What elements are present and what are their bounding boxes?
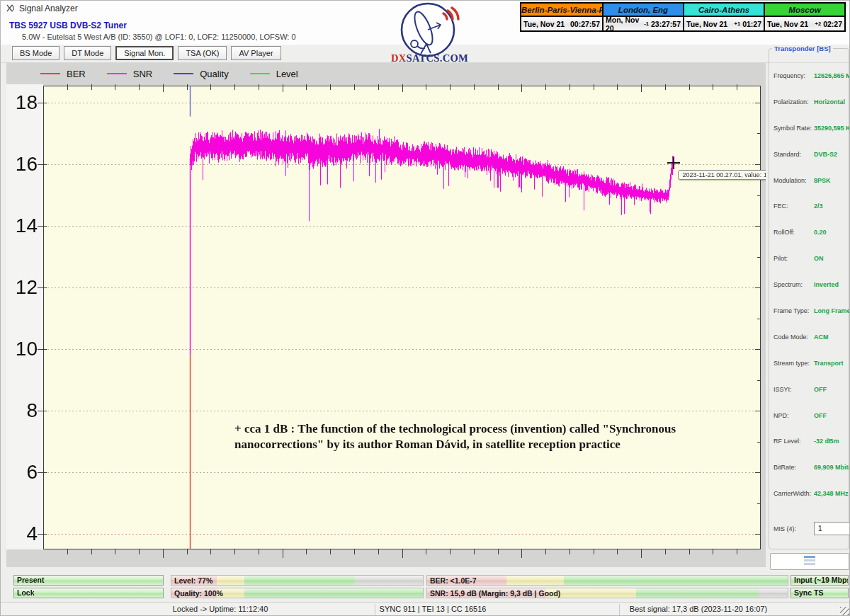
clock-time: 00:27:57 — [570, 20, 600, 28]
transponder-row-value: Transport — [814, 360, 844, 367]
clock-cell: Moscow Tue, Nov 21 +2 02:27 — [764, 4, 844, 30]
transponder-row-value: 0.20 — [814, 229, 827, 236]
transponder-row-value: 42,348 MHz — [814, 490, 849, 497]
clock-time: 23:27:57 — [651, 20, 681, 28]
legend-label: Level — [276, 69, 298, 79]
transponder-row-label: Pilot: — [774, 255, 814, 262]
transponder-row-value: Long Frame — [814, 307, 850, 314]
transponder-row: Spectrum: Inverted — [774, 281, 849, 307]
transponder-row-value: Horizontal — [814, 98, 845, 105]
transponder-row-label: RollOff: — [774, 229, 814, 236]
transponder-row-label: FEC: — [774, 203, 814, 210]
resize-grip[interactable] — [840, 607, 849, 616]
transponder-row-label: NPD: — [774, 412, 814, 419]
tuner-title: TBS 5927 USB DVB-S2 Tuner — [9, 21, 127, 30]
transponder-row: Code Mode: ACM — [774, 333, 849, 360]
transponder-panel: Transponder [BS] Frequency: 12626,865 MH… — [769, 45, 849, 549]
transponder-row-label: Polarization: — [774, 98, 814, 105]
clock-time-row: Tue, Nov 21 +1 01:27 — [684, 17, 764, 30]
transponder-row-label: Frame Type: — [774, 307, 814, 314]
ber-meter-label: BER: <1.0E-7 — [430, 576, 477, 586]
tuner-subtitle: 5.0W - Eutelsat 5 West A/B (ID: 3550) @ … — [22, 33, 296, 41]
transponder-row-value: DVB-S2 — [814, 151, 837, 158]
mode-tab[interactable]: TSA (OK) — [178, 46, 227, 60]
legend-line-swatch — [174, 73, 193, 74]
transponder-row-label: Stream type: — [774, 360, 814, 367]
transponder-row: Frame Type: Long Frame — [774, 307, 849, 333]
legend-line-swatch — [107, 73, 127, 74]
stream-list-icon — [804, 556, 815, 567]
mode-tab[interactable]: AV Player — [231, 46, 280, 60]
mode-tab[interactable]: DT Mode — [64, 46, 111, 60]
satellite-dish-icon — [6, 4, 16, 13]
legend-label: BER — [67, 69, 86, 79]
transponder-row-label: Standard: — [774, 151, 814, 158]
transponder-row: BitRate: 69,909 Mbit/s — [774, 464, 849, 490]
clock-time-row: Tue, Nov 21 00:27:57 — [521, 17, 602, 30]
mode-tab[interactable]: Signal Mon. — [115, 46, 174, 60]
legend-label: SNR — [133, 69, 152, 79]
input-rate-indicator: Input (~19 Mbps) — [790, 575, 849, 586]
sync-error-status: SYNC 911 | TEI 13 | CC 16516 — [327, 605, 539, 613]
transponder-row-label: Frequency: — [774, 72, 814, 79]
mode-tab[interactable]: BS Mode — [12, 46, 60, 60]
lock-indicator: Lock — [13, 588, 164, 598]
dxsatcs-logo: DXSATCS.COM — [391, 1, 465, 68]
clock-city-label: Cairo-Athens — [684, 4, 764, 17]
status-bar: Locked -> Uptime: 11:12:40 SYNC 911 | TE… — [1, 602, 850, 616]
y-axis-label: 6 — [11, 460, 38, 485]
transponder-row: Pilot: ON — [774, 255, 849, 281]
transponder-row: FEC: 2/3 — [774, 203, 849, 229]
mis-dropdown[interactable]: 1 ▾ — [814, 522, 850, 535]
transponder-row-value: 12626,865 MHz — [814, 72, 850, 79]
quality-meter-label: Quality: 100% — [174, 588, 223, 598]
y-axis-label: 12 — [11, 275, 38, 300]
signal-plot[interactable] — [6, 84, 766, 567]
clock-city-label: Moscow — [765, 4, 844, 17]
clock-time: 01:27 — [742, 20, 761, 28]
clock-date: Tue, Nov 21 — [767, 20, 808, 28]
transponder-row: Symbol Rate: 35290,595 KS/s — [774, 125, 849, 151]
y-axis-label: 14 — [11, 213, 38, 239]
y-axis-label: 8 — [11, 398, 38, 423]
transponder-row-value: ACM — [814, 333, 829, 341]
transponder-row-label: Code Mode: — [774, 333, 814, 341]
quality-meter: Quality: 100% — [171, 588, 424, 598]
clock-cell: Cairo-Athens Tue, Nov 21 +1 01:27 — [683, 4, 764, 30]
snr-meter-label: SNR: 15,9 dB (Margin: 9,3 dB | Good) — [430, 588, 560, 598]
clock-time: 02:27 — [823, 20, 842, 28]
transponder-row: Stream type: Transport — [774, 360, 849, 386]
y-axis-label: 4 — [11, 521, 38, 547]
window-title: Signal Analyzer — [19, 4, 78, 13]
signal-analyzer-window: Signal Analyzer TBS 5927 USB DVB-S2 Tune… — [0, 0, 850, 616]
legend-item: SNR — [107, 69, 152, 79]
dxsatcs-logo-text: DXSATCS.COM — [391, 52, 465, 64]
legend-line-swatch — [40, 73, 60, 74]
signal-monitor-chart: BER SNR Quality Level 1816141210864 + cc… — [6, 63, 766, 567]
transponder-row-value: 2/3 — [814, 203, 823, 210]
transponder-row: Standard: DVB-S2 — [774, 151, 849, 177]
stream-list-button[interactable] — [770, 553, 849, 570]
legend-item: Level — [250, 69, 298, 79]
transponder-row: RF Level: -32 dBm — [774, 438, 849, 464]
crosshair-cursor — [673, 156, 674, 169]
clock-utc-offset: -1 — [644, 21, 649, 27]
transponder-row-label: Spectrum: — [774, 281, 814, 288]
transponder-row: ISSYI: OFF — [774, 386, 849, 412]
ber-meter: BER: <1.0E-7 — [426, 575, 788, 586]
legend-label: Quality — [200, 69, 228, 79]
clock-utc-offset: +1 — [735, 21, 741, 27]
level-meter-label: Level: 77% — [174, 576, 212, 586]
best-signal-status: Best signal: 17,3 dB (2023-11-20 16:07) — [592, 605, 805, 613]
chart-legend: BER SNR Quality Level — [6, 63, 766, 84]
transponder-row-value: ON — [814, 255, 824, 262]
y-axis-label: 10 — [11, 336, 38, 362]
clock-city-label: Berlin-Paris-Vienna-Roma — [521, 4, 602, 17]
transponder-panel-title: Transponder [BS] — [772, 45, 833, 52]
legend-line-swatch — [250, 73, 270, 74]
clock-time-row: Tue, Nov 21 +2 02:27 — [765, 17, 844, 30]
transponder-row-value: 8PSK — [814, 177, 831, 184]
cursor-tooltip: 2023-11-21 00.27.01, value: 16 — [678, 170, 766, 180]
transponder-row: NPD: OFF — [774, 412, 849, 438]
transponder-row-label: Symbol Rate: — [774, 125, 814, 132]
